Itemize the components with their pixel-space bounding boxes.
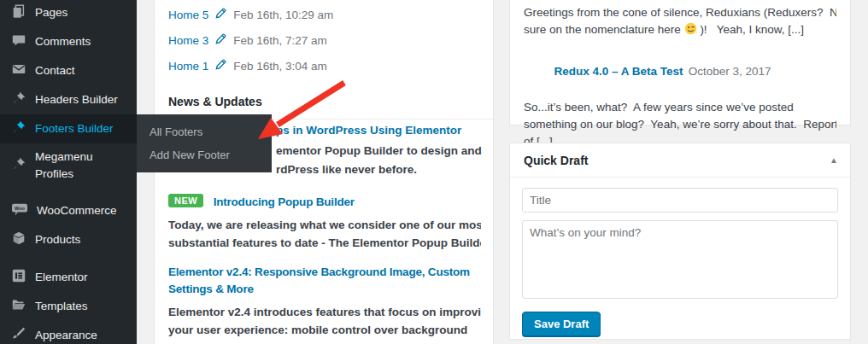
list-item: Home 5 Feb 16th, 10:29 am — [168, 6, 479, 23]
elementor-icon — [11, 268, 26, 287]
sidebar-item-products[interactable]: Products — [0, 225, 137, 254]
sidebar-item-megamenu-profiles[interactable]: Megamenu Profiles — [0, 143, 137, 188]
products-icon — [11, 230, 26, 249]
brush-icon — [11, 326, 26, 344]
sidebar-item-footers-builder[interactable]: Footers Builder — [0, 114, 137, 143]
pin-icon — [11, 120, 26, 138]
draft-title-input[interactable] — [522, 188, 838, 213]
submenu-item-all-footers[interactable]: All Footers — [137, 120, 272, 143]
menu-separator — [0, 254, 137, 263]
list-item: Home 3 Feb 16th, 7:27 am — [168, 32, 479, 49]
post-link-home3[interactable]: Home 3 — [168, 34, 208, 47]
redux-post-date: October 3, 2017 — [689, 65, 771, 78]
news-item-title-partial[interactable]: ps in WordPress Using Elementor — [276, 124, 461, 137]
edit-pencil-icon[interactable] — [214, 7, 227, 23]
menu-separator — [0, 188, 137, 196]
news-item-title[interactable]: Introducing Popup Builder — [214, 195, 355, 208]
sidebar-item-templates[interactable]: Templates — [0, 292, 137, 321]
wordpress-news-widget: Greetings from the cone of silence, Redu… — [509, 0, 851, 125]
post-date: Feb 16th, 7:27 am — [233, 34, 327, 47]
templates-icon — [11, 297, 26, 316]
pin-icon — [11, 156, 26, 175]
sidebar-item-headers-builder[interactable]: Headers Builder — [0, 85, 137, 114]
edit-pencil-icon[interactable] — [214, 58, 227, 74]
pin-icon — [11, 90, 26, 109]
post-date: Feb 16th, 3:04 am — [233, 60, 327, 73]
footers-builder-submenu: All Footers Add New Footer — [137, 114, 272, 172]
news-item-body-partial: ementor Popup Builder to design and — [276, 144, 482, 157]
sidebar-item-contact[interactable]: Contact — [0, 56, 137, 85]
sidebar-item-elementor[interactable]: Elementor — [0, 263, 137, 292]
quick-draft-title: Quick Draft — [524, 154, 588, 167]
woocommerce-icon: Woo — [11, 201, 28, 220]
news-item-title[interactable]: Elementor v2.4: Responsive Background Im… — [168, 264, 481, 298]
news-item-body-partial: rdPress like never before. — [276, 163, 417, 176]
sidebar-item-comments[interactable]: Comments — [0, 27, 137, 56]
submenu-item-add-new-footer[interactable]: Add New Footer — [137, 143, 272, 166]
quick-draft-widget: Quick Draft ▲ Save Draft — [509, 143, 851, 340]
new-badge: NEW — [168, 194, 203, 207]
edit-pencil-icon[interactable] — [214, 32, 227, 49]
news-item-body: Elementor v2.4 introduces features that … — [168, 303, 481, 344]
news-item: NEW Introducing Popup Builder Today, we … — [168, 194, 481, 252]
news-excerpt: Greetings from the cone of silence, Redu… — [524, 4, 836, 40]
draft-content-textarea[interactable] — [522, 220, 838, 299]
post-link-home5[interactable]: Home 5 — [168, 9, 208, 21]
wordpress-admin-dashboard: Home 5 Feb 16th, 10:29 am Home 3 Feb 16t… — [0, 0, 868, 344]
redux-post-link[interactable]: Redux 4.0 – A Beta Test — [554, 65, 683, 78]
post-date: Feb 16th, 10:29 am — [233, 9, 333, 21]
pages-icon — [11, 3, 26, 22]
sidebar-item-woocommerce[interactable]: Woo WooCommerce — [0, 196, 137, 225]
post-link-home1[interactable]: Home 1 — [168, 60, 208, 73]
wink-emoji — [684, 22, 697, 40]
sidebar-item-appearance[interactable]: Appearance — [0, 321, 137, 344]
news-item-body: Today, we are releasing what we consider… — [168, 216, 481, 252]
sidebar-item-pages[interactable]: Pages — [0, 0, 137, 27]
collapse-icon[interactable]: ▲ — [830, 155, 838, 165]
comment-icon — [11, 32, 26, 51]
envelope-icon — [11, 61, 26, 80]
admin-sidebar: Pages Comments Contact Headers Builder F… — [0, 0, 137, 344]
list-item: Home 1 Feb 16th, 3:04 am — [168, 57, 479, 74]
news-item: Elementor v2.4: Responsive Background Im… — [168, 264, 481, 344]
svg-text:Woo: Woo — [15, 206, 26, 211]
save-draft-button[interactable]: Save Draft — [522, 312, 601, 336]
recent-posts-list: Home 5 Feb 16th, 10:29 am Home 3 Feb 16t… — [155, 0, 493, 74]
